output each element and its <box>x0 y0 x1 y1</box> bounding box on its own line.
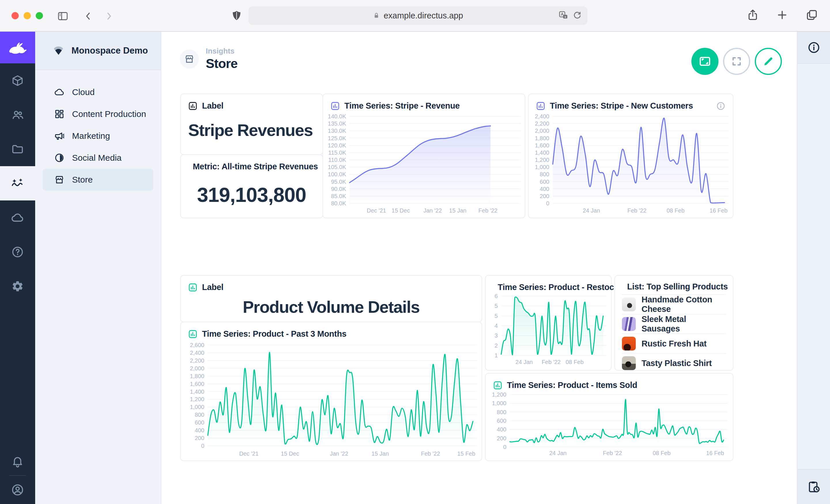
notifications-bell-icon[interactable] <box>11 455 24 468</box>
module-bar <box>0 32 35 504</box>
module-help[interactable] <box>0 235 35 269</box>
edit-dashboard-button[interactable] <box>755 48 782 75</box>
list-item[interactable]: Rustic Fresh Hat <box>622 334 726 353</box>
cloud-icon <box>54 87 65 97</box>
module-users[interactable] <box>0 98 35 132</box>
svg-text:800: 800 <box>497 409 506 415</box>
module-settings[interactable] <box>0 269 35 303</box>
minimize-window-button[interactable] <box>24 12 31 19</box>
share-icon[interactable] <box>746 8 759 22</box>
svg-text:Feb '22: Feb '22 <box>421 450 440 457</box>
module-cloud[interactable] <box>0 200 35 235</box>
list-item[interactable]: Sleek Metal Sausages <box>622 314 726 334</box>
panel-info-icon[interactable] <box>716 101 725 110</box>
fullscreen-icon <box>731 55 743 67</box>
product-thumbnail <box>622 337 636 350</box>
svg-text:115.0K: 115.0K <box>328 149 346 156</box>
sidebar-item-store[interactable]: Store <box>43 169 153 191</box>
svg-text:1,000: 1,000 <box>190 404 204 410</box>
close-window-button[interactable] <box>11 12 19 19</box>
svg-text:135.0K: 135.0K <box>328 121 346 127</box>
list-item[interactable]: Handmade Cotton Cheese <box>622 294 726 314</box>
svg-text:1,800: 1,800 <box>190 373 204 379</box>
privacy-shield-icon[interactable] <box>230 9 243 23</box>
toggle-sidebar-icon[interactable] <box>57 10 69 22</box>
svg-text:125.0K: 125.0K <box>328 135 346 141</box>
pie-icon <box>54 153 65 163</box>
svg-text:1,800: 1,800 <box>535 135 549 141</box>
svg-text:0: 0 <box>546 200 549 206</box>
chart-panel-icon <box>330 101 340 110</box>
new-tab-icon[interactable] <box>776 8 789 22</box>
svg-text:16 Feb: 16 Feb <box>709 207 727 214</box>
breadcrumb[interactable]: Insights <box>206 47 237 56</box>
product-thumbnail <box>622 298 636 311</box>
svg-text:200: 200 <box>540 193 549 199</box>
svg-text:15 Jan: 15 Jan <box>449 207 466 214</box>
svg-text:800: 800 <box>540 171 549 177</box>
list-item[interactable]: Tasty Plastic Shirt <box>622 353 726 373</box>
directus-logo[interactable] <box>0 32 35 63</box>
translate-icon[interactable]: Ax <box>558 10 568 20</box>
svg-text:1: 1 <box>494 352 498 359</box>
chart-panel-icon <box>188 283 197 292</box>
project-switcher[interactable]: Monospace Demo <box>35 32 161 70</box>
svg-text:15 Jan: 15 Jan <box>372 450 389 457</box>
zoom-window-button[interactable] <box>36 12 43 19</box>
forward-button[interactable] <box>104 11 114 21</box>
svg-text:1,200: 1,200 <box>190 396 204 402</box>
sidebar-item-content-production[interactable]: Content Production <box>43 103 153 125</box>
svg-text:08 Feb: 08 Feb <box>653 450 671 456</box>
chart-panel-icon <box>493 381 502 390</box>
reload-icon[interactable] <box>572 10 582 20</box>
sidebar-item-social-media[interactable]: Social Media <box>43 147 153 169</box>
fit-dashboard-button[interactable] <box>691 48 719 75</box>
module-content[interactable] <box>0 63 35 98</box>
svg-text:15 Dec: 15 Dec <box>281 450 299 457</box>
svg-text:110.0K: 110.0K <box>328 157 346 163</box>
address-bar[interactable]: example.directus.app Ax <box>248 6 587 25</box>
megaphone-icon <box>54 131 65 141</box>
svg-text:Feb '22: Feb '22 <box>478 207 498 214</box>
svg-text:2,400: 2,400 <box>535 113 549 120</box>
svg-text:0: 0 <box>201 443 204 449</box>
page-title: Store <box>206 56 237 71</box>
right-sidebar <box>797 32 830 504</box>
svg-text:Feb '22: Feb '22 <box>542 359 561 365</box>
info-sidebar-icon[interactable] <box>807 41 821 54</box>
product-thumbnail <box>622 356 636 370</box>
sidebar-item-cloud[interactable]: Cloud <box>43 81 153 103</box>
svg-text:3: 3 <box>494 332 498 339</box>
svg-text:400: 400 <box>540 186 549 192</box>
svg-text:1,600: 1,600 <box>535 142 549 148</box>
svg-text:5: 5 <box>494 303 498 309</box>
back-button[interactable] <box>83 11 93 21</box>
activity-log-icon[interactable] <box>807 480 821 493</box>
module-files[interactable] <box>0 132 35 166</box>
svg-text:2,000: 2,000 <box>190 365 204 372</box>
svg-text:2,600: 2,600 <box>190 342 204 348</box>
user-avatar[interactable] <box>11 483 24 497</box>
svg-text:2,400: 2,400 <box>190 349 204 356</box>
sidebar-item-marketing[interactable]: Marketing <box>43 125 153 147</box>
restocks-chart: 655432124 JanFeb '2208 Feb <box>488 293 607 366</box>
svg-text:16 Feb: 16 Feb <box>706 450 724 456</box>
chart-panel-icon <box>188 101 197 110</box>
panel-label-product: Label Product Volume Details <box>180 275 482 322</box>
svg-text:2,000: 2,000 <box>535 128 549 134</box>
svg-text:08 Feb: 08 Feb <box>566 359 583 365</box>
panel-stripe-revenue: Time Series: Stripe - Revenue 140.0K135.… <box>322 94 525 218</box>
chart-panel-icon <box>188 330 197 339</box>
svg-text:400: 400 <box>195 427 204 433</box>
svg-text:15 Feb: 15 Feb <box>457 450 475 457</box>
tab-overview-icon[interactable] <box>805 8 819 22</box>
module-insights[interactable] <box>0 166 35 200</box>
svg-text:100.0K: 100.0K <box>328 171 346 177</box>
svg-text:1,200: 1,200 <box>492 392 506 398</box>
svg-text:1,400: 1,400 <box>190 389 204 395</box>
svg-text:15 Dec: 15 Dec <box>392 207 410 214</box>
fullscreen-button[interactable] <box>723 48 750 75</box>
svg-text:600: 600 <box>195 419 204 426</box>
stripe-revenue-chart: 140.0K135.0K130.0K125.0K120.0K115.0K110.… <box>326 113 521 214</box>
dashboard-icon <box>54 109 65 119</box>
